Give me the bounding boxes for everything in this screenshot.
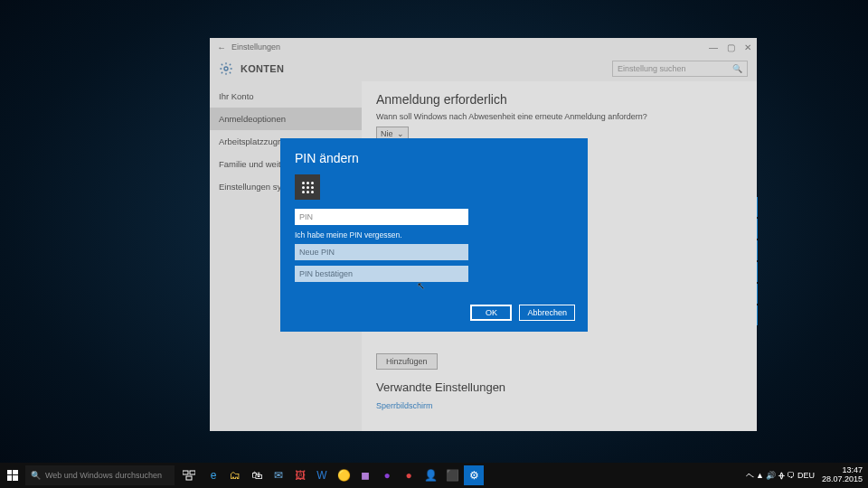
svg-point-0 <box>224 67 228 70</box>
taskbar-app-word[interactable]: W <box>312 465 332 485</box>
pin-change-dialog: PIN ändern Ich habe meine PIN vergessen.… <box>280 138 588 332</box>
dialog-title: PIN ändern <box>295 151 573 165</box>
sidebar-item-account[interactable]: Ihr Konto <box>210 85 362 108</box>
related-heading: Verwandte Einstellungen <box>376 380 742 394</box>
search-icon: 🔍 <box>31 471 41 480</box>
taskbar-app-generic4[interactable]: 👤 <box>420 465 440 485</box>
forgot-pin-link[interactable]: Ich habe meine PIN vergessen. <box>295 230 573 239</box>
taskbar-search-input[interactable]: 🔍 Web und Windows durchsuchen <box>25 465 175 485</box>
cancel-button[interactable]: Abbrechen <box>519 305 575 321</box>
new-pin-input[interactable] <box>295 244 468 260</box>
task-view-button[interactable] <box>178 463 200 488</box>
svg-rect-5 <box>183 471 188 474</box>
pin-pad-icon <box>295 174 320 200</box>
ok-button[interactable]: OK <box>470 305 512 321</box>
settings-header: KONTEN Einstellung suchen 🔍 <box>210 56 757 81</box>
search-placeholder: Web und Windows durchsuchen <box>45 471 162 480</box>
svg-rect-1 <box>7 470 12 474</box>
taskbar-app-generic2[interactable]: ● <box>377 465 397 485</box>
taskbar: 🔍 Web und Windows durchsuchen e 🗂 🛍 ✉ 🖼 … <box>0 463 868 488</box>
back-button[interactable]: ← <box>215 42 228 52</box>
taskbar-app-store[interactable]: 🛍 <box>247 465 267 485</box>
taskbar-app-generic5[interactable]: ⬛ <box>442 465 462 485</box>
dropdown-value: Nie <box>381 129 393 138</box>
start-button[interactable] <box>0 463 25 488</box>
tray-icons[interactable]: ヘ ▲ 🔊 ᚖ 🗨 DEU <box>746 470 815 482</box>
window-title: Einstellungen <box>231 42 280 52</box>
link-lockscreen[interactable]: Sperrbildschirm <box>376 401 742 410</box>
search-placeholder: Einstellung suchen <box>618 64 686 73</box>
search-icon: 🔍 <box>732 64 742 73</box>
svg-rect-7 <box>186 476 192 480</box>
page-title: KONTEN <box>241 63 284 74</box>
system-tray[interactable]: ヘ ▲ 🔊 ᚖ 🗨 DEU 13:47 28.07.2015 <box>746 466 868 484</box>
clock-date: 28.07.2015 <box>822 475 863 484</box>
chevron-down-icon: ⌄ <box>397 129 404 138</box>
section-text-signin: Wann soll Windows nach Abwesenheit eine … <box>376 112 742 121</box>
taskbar-apps: e 🗂 🛍 ✉ 🖼 W 🟡 ◼ ● ● 👤 ⬛ ⚙ <box>200 465 484 485</box>
confirm-pin-input[interactable] <box>295 266 468 282</box>
gear-icon <box>219 61 233 76</box>
settings-search-input[interactable]: Einstellung suchen 🔍 <box>612 61 748 77</box>
taskbar-app-explorer[interactable]: 🗂 <box>225 465 245 485</box>
add-button[interactable]: Hinzufügen <box>376 353 438 370</box>
svg-rect-2 <box>13 470 18 474</box>
minimize-button[interactable]: — <box>709 42 718 52</box>
taskbar-app-edge[interactable]: e <box>203 465 223 485</box>
taskbar-app-generic1[interactable]: ◼ <box>355 465 375 485</box>
taskbar-app-photos[interactable]: 🖼 <box>290 465 310 485</box>
taskbar-clock[interactable]: 13:47 28.07.2015 <box>818 466 863 484</box>
window-titlebar: ← Einstellungen — ▢ ✕ <box>210 38 757 56</box>
sidebar-item-signin-options[interactable]: Anmeldeoptionen <box>210 108 362 130</box>
current-pin-input[interactable] <box>295 209 468 225</box>
close-button[interactable]: ✕ <box>744 42 751 52</box>
taskbar-app-chrome[interactable]: 🟡 <box>334 465 354 485</box>
svg-rect-3 <box>7 475 12 481</box>
section-title-signin: Anmeldung erforderlich <box>376 92 742 107</box>
svg-rect-4 <box>13 475 18 481</box>
windows-logo-icon <box>7 470 18 481</box>
cursor-icon: ↖ <box>417 280 425 292</box>
svg-rect-6 <box>190 471 195 474</box>
taskbar-app-settings[interactable]: ⚙ <box>464 465 484 485</box>
maximize-button[interactable]: ▢ <box>727 42 735 52</box>
taskbar-app-mail[interactable]: ✉ <box>269 465 288 485</box>
taskbar-app-generic3[interactable]: ● <box>399 465 419 485</box>
